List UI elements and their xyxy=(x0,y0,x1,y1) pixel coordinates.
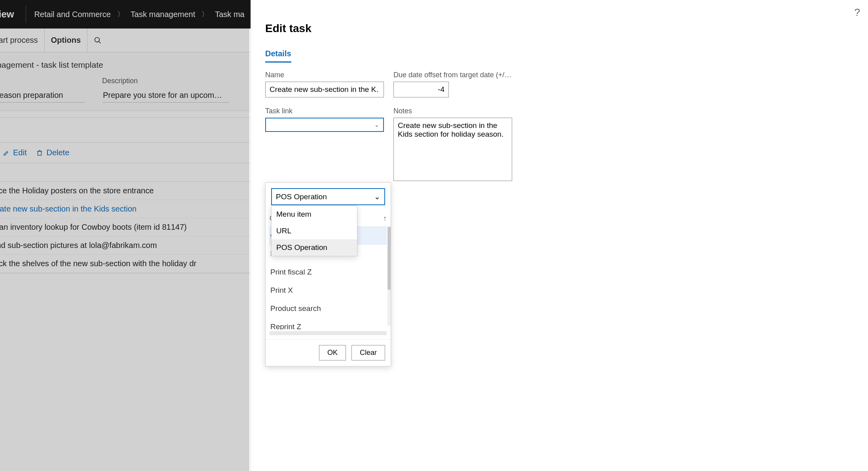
help-button[interactable]: ? xyxy=(855,6,860,19)
name-label: Name xyxy=(0,77,85,85)
panel-title: Edit task xyxy=(265,22,854,35)
chevron-down-icon: ⌄ xyxy=(374,122,379,128)
link-type-option[interactable]: POS Operation xyxy=(272,239,357,256)
tab-details[interactable]: Details xyxy=(265,46,291,63)
link-type-option[interactable]: Menu item xyxy=(272,206,357,223)
topbar-divider xyxy=(26,6,26,23)
pencil-icon xyxy=(3,149,10,156)
notes-textarea[interactable]: Create new sub-section in the Kids secti… xyxy=(393,118,512,181)
clear-button[interactable]: Clear xyxy=(351,345,385,360)
ok-button[interactable]: OK xyxy=(319,345,346,360)
svg-rect-4 xyxy=(38,151,42,155)
trash-icon xyxy=(36,149,43,156)
notes-label: Notes xyxy=(393,107,512,115)
chevron-right-icon: 〉 xyxy=(115,10,127,19)
name-value[interactable]: Holiday season preparation xyxy=(0,88,85,103)
tasklink-combo[interactable]: ⌄ xyxy=(265,118,384,132)
task-cell: Do an inventory lookup for Cowboy boots … xyxy=(0,223,187,232)
task-cell: Send sub-section pictures at lola@fabrik… xyxy=(0,241,157,250)
link-type-combo[interactable]: POS Operation ⌄ xyxy=(271,188,385,205)
search-button[interactable] xyxy=(87,29,108,52)
search-icon xyxy=(94,36,102,44)
description-value[interactable]: Prepare you store for an upcom… xyxy=(102,88,229,103)
tasklink-dropdown-popup: POS Operation ⌄ Menu item URL POS Operat… xyxy=(265,182,391,366)
breadcrumb-item[interactable]: Retail and Commerce xyxy=(30,10,114,19)
delete-label: Delete xyxy=(46,148,69,157)
description-label: Description xyxy=(102,77,229,85)
svg-line-1 xyxy=(99,41,101,43)
due-offset-input[interactable] xyxy=(393,82,449,97)
link-type-selected: POS Operation xyxy=(276,193,327,201)
horizontal-scrollbar[interactable] xyxy=(270,331,387,335)
breadcrumb-item[interactable]: Task ma xyxy=(211,10,248,19)
tasklink-label: Task link xyxy=(265,107,384,115)
operation-item[interactable]: Reprint Z xyxy=(270,318,387,330)
due-offset-label: Due date offset from target date (+/- … xyxy=(393,71,512,79)
operation-item[interactable]: Product search xyxy=(270,299,387,318)
link-type-menu: Menu item URL POS Operation xyxy=(271,206,357,256)
edit-name-input[interactable] xyxy=(265,82,384,97)
scrollbar-thumb[interactable] xyxy=(387,227,391,290)
operation-item[interactable]: Print fiscal Z xyxy=(270,263,387,281)
options-button[interactable]: Options xyxy=(44,29,88,52)
task-cell: Create new sub-section in the Kids secti… xyxy=(0,204,137,214)
delete-button[interactable]: Delete xyxy=(36,148,69,157)
task-cell: Stock the shelves of the new sub-section… xyxy=(0,259,196,268)
app-title-fragment: ns Preview xyxy=(0,0,22,29)
task-cell: Place the Holiday posters on the store e… xyxy=(0,186,154,195)
start-process-button[interactable]: Start process xyxy=(0,29,44,52)
breadcrumb-item[interactable]: Task management xyxy=(127,10,199,19)
edit-button[interactable]: Edit xyxy=(3,148,27,157)
edit-label: Edit xyxy=(13,148,27,157)
edit-name-label: Name xyxy=(265,71,384,79)
svg-point-0 xyxy=(95,37,100,42)
chevron-right-icon: 〉 xyxy=(199,10,211,19)
operation-item[interactable]: Print X xyxy=(270,281,387,299)
chevron-down-icon: ⌄ xyxy=(374,192,380,201)
link-type-option[interactable]: URL xyxy=(272,223,357,239)
sort-asc-icon: ↑ xyxy=(383,214,387,223)
panel-tabs: Details xyxy=(265,46,854,63)
